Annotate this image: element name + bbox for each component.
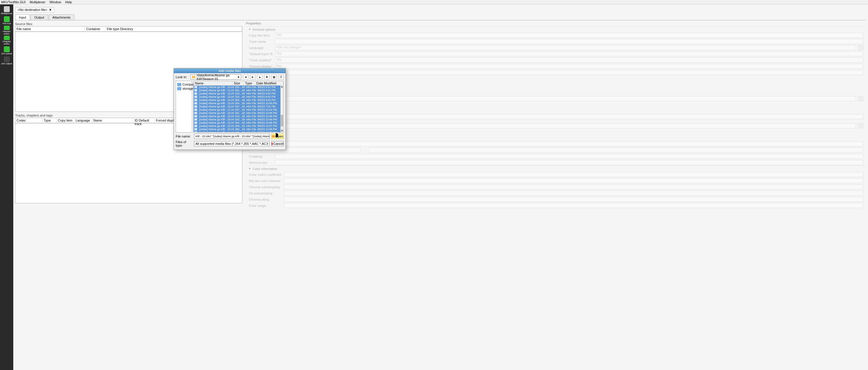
input-cropping[interactable]	[275, 154, 863, 159]
input-auto[interactable]	[249, 96, 856, 101]
input-range[interactable]	[284, 203, 863, 208]
tool-header-editor[interactable]: Header editor	[1, 26, 13, 35]
view-list-button[interactable]: ▦	[271, 74, 277, 80]
view-detail-button[interactable]: ☰	[278, 74, 284, 80]
input-enabled[interactable]: Yes	[275, 58, 863, 63]
col-filename[interactable]: File name	[16, 27, 85, 31]
scroll-thumb[interactable]	[281, 115, 283, 127]
menu-window[interactable]: Window	[50, 0, 61, 4]
col-copy[interactable]: Copy item	[57, 118, 74, 123]
tab-input[interactable]: Input	[15, 14, 30, 20]
file-row[interactable]: [Judas] Akame ga Kill! - 21.mkv364…MiBmk…	[194, 121, 283, 125]
tab-attachments[interactable]: Attachments	[49, 14, 74, 20]
generic-button[interactable]	[858, 123, 863, 128]
cell-name: [Judas] Akame ga Kill! - 19.mkv	[198, 115, 234, 118]
language-picker-button[interactable]	[858, 45, 863, 50]
file-row[interactable]: [Judas] Akame ga Kill! - 10.mkv292…MiBmk…	[194, 86, 283, 89]
menubar[interactable]: MKVToolNix GUI Multiplexer Window Help	[0, 0, 868, 4]
scrollbar[interactable]: ▴ ▾	[280, 85, 283, 132]
forward-button[interactable]: ►	[250, 74, 255, 80]
file-row[interactable]: [Judas] Akame ga Kill! - 13.mkv315…MiBmk…	[194, 95, 283, 99]
tool-job-output[interactable]: Job output	[1, 56, 13, 65]
file-row[interactable]: [Judas] Akame ga Kill! - 15.mkv354…MiBmk…	[194, 102, 283, 105]
menu-help[interactable]: Help	[65, 0, 72, 4]
input-generic-1[interactable]	[249, 114, 863, 119]
input-siting[interactable]	[284, 197, 863, 202]
file-icon	[194, 122, 197, 124]
back-button[interactable]: ◄	[243, 74, 248, 80]
scroll-up-icon[interactable]: ▴	[280, 85, 283, 88]
col-name[interactable]: Name	[92, 118, 133, 123]
input-forced[interactable]: Yes	[275, 64, 863, 69]
col-directory[interactable]: File type Directory	[106, 27, 242, 31]
place-storage[interactable]: storage	[177, 87, 191, 91]
input-stereo[interactable]	[275, 160, 863, 165]
file-row[interactable]: [Judas] Akame ga Kill! - 18.mkv291…MiBmk…	[194, 111, 283, 115]
tab-output[interactable]: Output	[30, 14, 48, 20]
file-row[interactable]: [Judas] Akame ga Kill! - 16.mkv467…MiBmk…	[194, 105, 283, 108]
col-name[interactable]: Name	[194, 81, 232, 85]
col-container[interactable]: Container	[85, 27, 106, 31]
menu-multiplexer[interactable]: Multiplexer	[30, 0, 45, 4]
tool-chapter-editor[interactable]: Chapter editor	[1, 36, 13, 45]
input-matrix[interactable]	[284, 172, 863, 177]
cell-type: mkv File	[245, 115, 256, 118]
new-folder-button[interactable]: ✚	[264, 74, 270, 80]
tool-job-queue[interactable]: Job queue	[1, 46, 13, 55]
close-icon[interactable]	[282, 69, 285, 72]
file-icon	[194, 96, 197, 98]
chevron-down-icon[interactable]: ▾	[237, 75, 240, 79]
filetype-combo[interactable]: All supported media files (*.264 *.265 *…	[194, 141, 270, 146]
col-size[interactable]: Size	[232, 81, 244, 85]
cell-date: 8/6/23 10:08 PM	[256, 128, 283, 131]
input-cb[interactable]	[284, 191, 863, 196]
menu-app[interactable]: MKVToolNix GUI	[1, 0, 26, 4]
up-button[interactable]: ▲	[257, 74, 262, 80]
input-bits[interactable]	[284, 178, 863, 183]
col-language[interactable]: Language	[74, 118, 92, 123]
file-row[interactable]: [Judas] Akame ga Kill! - 11.mkv261…MiBmk…	[194, 89, 283, 92]
minimize-icon[interactable]	[275, 69, 278, 72]
close-icon[interactable]: ✕	[49, 8, 52, 12]
file-row[interactable]: [Judas] Akame ga Kill! - 20.mkv342…MiBmk…	[194, 118, 283, 121]
input-copy[interactable]: Yes	[275, 33, 863, 38]
input-generic-5[interactable]	[369, 147, 863, 153]
file-row[interactable]: [Judas] Akame ga Kill! - 12.mkv319…MiBmk…	[194, 92, 283, 95]
accordion-color[interactable]: ▾Color information	[246, 166, 866, 171]
col-type[interactable]: Type	[42, 118, 57, 123]
file-row[interactable]: [Judas] Akame ga Kill! - 19.mkv344…MiBmk…	[194, 115, 283, 118]
filename-input[interactable]: Kill! - 22.mkv" "[Judas] Akame ga Kill! …	[194, 134, 270, 139]
file-row[interactable]: [Judas] Akame ga Kill! - 24.mkv399…MiBmk…	[194, 131, 283, 132]
tool-multiplexer[interactable]: Multiplexer	[1, 6, 13, 15]
auto-button[interactable]	[858, 96, 863, 101]
cancel-button[interactable]: Cancel	[271, 141, 284, 146]
place-computer[interactable]: Computer	[177, 82, 191, 87]
accordion-general[interactable]: ▾General options	[246, 26, 866, 32]
col-type[interactable]: Type	[244, 81, 255, 85]
scroll-down-icon[interactable]: ▾	[280, 129, 283, 132]
lookin-combo[interactable]: /data/Anime/Akame ga Kill!/Season 01 ▾	[190, 74, 241, 80]
file-row[interactable]: [Judas] Akame ga Kill! - 23.mkv380…MiBmk…	[194, 128, 283, 131]
input-deftrack[interactable]: Yes	[275, 51, 863, 56]
input-hearing[interactable]: Yes	[275, 70, 863, 75]
file-row[interactable]: [Judas] Akame ga Kill! - 14.mkv304…MiBmk…	[194, 99, 283, 102]
file-tab[interactable]: <No destination file> ✕	[15, 7, 54, 13]
input-trackname[interactable]	[275, 39, 863, 44]
file-dialog: Add media files Look in: /data/Anime/Aka…	[174, 68, 286, 150]
tool-info[interactable]: Info tool	[1, 15, 13, 25]
input-generic-2[interactable]	[249, 123, 856, 128]
input-chroma[interactable]	[284, 184, 863, 190]
file-row[interactable]: [Judas] Akame ga Kill! - 22.mkv256…MiBmk…	[194, 125, 283, 128]
col-id[interactable]: ID Default track	[133, 118, 155, 123]
dialog-titlebar[interactable]: Add media files	[174, 68, 285, 73]
input-generic-3[interactable]	[249, 141, 863, 146]
input-language[interactable]: <Do not change>	[275, 45, 856, 50]
col-codec[interactable]: Codec	[16, 118, 42, 123]
label-bits: Bits per color channel:	[249, 179, 281, 182]
maximize-icon[interactable]	[278, 69, 281, 72]
chevron-down-icon: ▾	[249, 167, 251, 171]
open-button[interactable]: Open	[271, 134, 284, 139]
file-row[interactable]: [Judas] Akame ga Kill! - 17.mkv337…MiBmk…	[194, 108, 283, 111]
col-date[interactable]: Date Modified	[255, 81, 283, 85]
file-list[interactable]: Name Size Type Date Modified [Judas] Aka…	[193, 81, 284, 133]
